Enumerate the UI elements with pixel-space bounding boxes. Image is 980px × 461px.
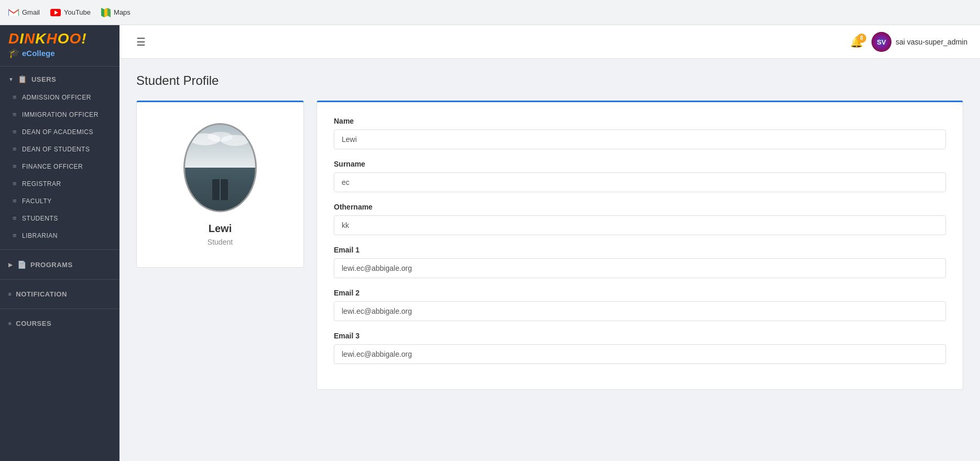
registrar-label: REGISTRAR	[22, 180, 61, 188]
top-header: ☰ 🔔 8	[119, 25, 980, 59]
users-folder-icon: 📋	[18, 75, 27, 83]
header-right: 🔔 8	[850, 32, 967, 52]
librarian-menu-icon: ≡	[13, 232, 17, 239]
form-field-surname: Surname	[334, 160, 946, 192]
students-menu-icon: ≡	[13, 214, 17, 222]
notification-section-label: NOTIFICATION	[16, 290, 67, 298]
programs-section-header[interactable]: ▶ 📄 PROGRAMS	[0, 255, 119, 274]
sidebar-section-users: ▼ 📋 USERS ≡ ADMISSION OFFICER ≡ IMMIGRAT…	[0, 67, 119, 247]
app-container: DINKHOO! 🎓 eCollege ▼ 📋 USERS ≡ ADMISSIO…	[0, 25, 980, 461]
sidebar-item-registrar[interactable]: ≡ REGISTRAR	[0, 175, 119, 192]
users-chevron-icon: ▼	[8, 76, 14, 82]
sidebar-item-finance-officer[interactable]: ≡ FINANCE OFFICER	[0, 158, 119, 175]
graduation-cap-icon: 🎓	[8, 47, 20, 59]
maps-icon	[101, 8, 111, 17]
users-section-header[interactable]: ▼ 📋 USERS	[0, 70, 119, 89]
avatar-figure-svg	[207, 174, 233, 205]
form-field-email1: Email 1	[334, 246, 946, 278]
logo-subtitle-text: eCollege	[22, 49, 55, 58]
divider-1	[0, 249, 119, 250]
finance-officer-label: FINANCE OFFICER	[22, 163, 83, 170]
sidebar-item-dean-of-students[interactable]: ≡ DEAN OF STUDENTS	[0, 140, 119, 158]
svg-marker-5	[101, 8, 104, 17]
profile-role: Student	[208, 238, 233, 246]
sidebar-section-programs: ▶ 📄 PROGRAMS	[0, 252, 119, 277]
avatar-scene	[185, 125, 255, 211]
profile-name: Lewi	[209, 223, 232, 235]
avatar: SV	[872, 32, 891, 52]
dean-academics-menu-icon: ≡	[13, 128, 17, 136]
programs-chevron-icon: ▶	[8, 262, 13, 268]
notification-section-header[interactable]: ≡ NOTIFICATION	[0, 285, 119, 303]
avatar-image: SV	[872, 32, 891, 52]
admission-officer-menu-icon: ≡	[13, 93, 17, 101]
profile-form: Name Surname Othername Email 1	[317, 101, 963, 390]
finance-officer-menu-icon: ≡	[13, 162, 17, 170]
admission-officer-label: ADMISSION OFFICER	[22, 94, 91, 101]
main-area: ☰ 🔔 8	[119, 25, 980, 461]
sidebar-logo: DINKHOO! 🎓 eCollege	[0, 25, 119, 67]
form-field-name: Name	[334, 117, 946, 149]
form-field-othername: Othername	[334, 203, 946, 235]
notification-chevron-icon: ≡	[8, 291, 12, 297]
sidebar-item-students[interactable]: ≡ STUDENTS	[0, 210, 119, 227]
page-title: Student Profile	[136, 73, 963, 88]
logo-text: DINKHOO!	[8, 31, 111, 46]
name-input[interactable]	[334, 129, 946, 149]
email3-input[interactable]	[334, 344, 946, 364]
logo-subtitle: 🎓 eCollege	[8, 47, 111, 59]
othername-label: Othername	[334, 203, 946, 211]
notification-badge: 8	[857, 34, 866, 43]
hamburger-button[interactable]: ☰	[132, 34, 150, 50]
email2-label: Email 2	[334, 289, 946, 297]
svg-point-10	[221, 135, 249, 146]
profile-layout: Lewi Student Name Surname Othername	[136, 101, 963, 390]
divider-2	[0, 279, 119, 280]
youtube-icon	[50, 9, 61, 16]
gmail-icon	[8, 8, 19, 17]
browser-bar: Gmail YouTube Maps	[0, 0, 980, 25]
sidebar-item-immigration-officer[interactable]: ≡ IMMIGRATION OFFICER	[0, 106, 119, 123]
faculty-label: FACULTY	[22, 197, 52, 205]
dean-students-menu-icon: ≡	[13, 145, 17, 153]
youtube-label: YouTube	[64, 8, 91, 16]
courses-chevron-icon: ≡	[8, 321, 12, 326]
sidebar-item-faculty[interactable]: ≡ FACULTY	[0, 192, 119, 210]
students-label: STUDENTS	[22, 215, 58, 222]
courses-section-label: COURSES	[16, 320, 51, 327]
sidebar: DINKHOO! 🎓 eCollege ▼ 📋 USERS ≡ ADMISSIO…	[0, 25, 119, 461]
faculty-menu-icon: ≡	[13, 197, 17, 205]
email1-input[interactable]	[334, 258, 946, 278]
notification-bell[interactable]: 🔔 8	[850, 36, 863, 48]
sidebar-section-notification: ≡ NOTIFICATION	[0, 282, 119, 306]
name-label: Name	[334, 117, 946, 125]
registrar-menu-icon: ≡	[13, 180, 17, 188]
form-field-email2: Email 2	[334, 289, 946, 321]
form-field-email3: Email 3	[334, 332, 946, 364]
sidebar-item-admission-officer[interactable]: ≡ ADMISSION OFFICER	[0, 89, 119, 106]
user-info[interactable]: SV sai vasu-super_admin	[872, 32, 967, 52]
sidebar-section-courses: ≡ COURSES	[0, 311, 119, 336]
email2-input[interactable]	[334, 301, 946, 321]
browser-tab-gmail[interactable]: Gmail	[8, 8, 40, 17]
email3-label: Email 3	[334, 332, 946, 340]
user-name: sai vasu-super_admin	[896, 38, 967, 46]
surname-label: Surname	[334, 160, 946, 168]
surname-input[interactable]	[334, 172, 946, 192]
courses-section-header[interactable]: ≡ COURSES	[0, 314, 119, 333]
profile-avatar	[183, 123, 257, 212]
content-area: Student Profile	[119, 59, 980, 461]
browser-tab-maps[interactable]: Maps	[101, 8, 130, 17]
othername-input[interactable]	[334, 215, 946, 235]
browser-tab-youtube[interactable]: YouTube	[50, 8, 91, 16]
sidebar-item-librarian[interactable]: ≡ LIBRARIAN	[0, 227, 119, 244]
immigration-officer-label: IMMIGRATION OFFICER	[22, 111, 99, 118]
sidebar-item-dean-of-academics[interactable]: ≡ DEAN OF ACADEMICS	[0, 123, 119, 140]
email1-label: Email 1	[334, 246, 946, 254]
divider-3	[0, 309, 119, 309]
svg-marker-4	[104, 8, 107, 17]
programs-section-label: PROGRAMS	[30, 261, 73, 269]
svg-text:SV: SV	[877, 38, 886, 46]
dean-academics-label: DEAN OF ACADEMICS	[22, 128, 93, 136]
librarian-label: LIBRARIAN	[22, 232, 58, 239]
